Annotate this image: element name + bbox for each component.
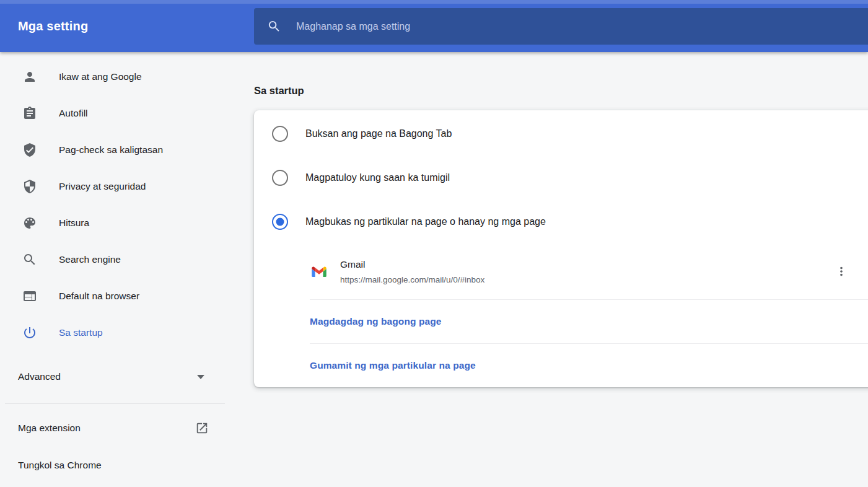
sidebar-item-pag-check-sa-kaligtasan[interactable]: Pag-check sa kaligtasan <box>0 131 225 168</box>
more-options-button[interactable] <box>833 263 850 280</box>
clipboard-icon <box>22 106 37 121</box>
person-icon <box>22 69 37 84</box>
startup-page-row: Gmail https://mail.google.com/mail/u/0/#… <box>254 244 868 299</box>
settings-search-box[interactable] <box>254 8 868 45</box>
sidebar-item-mga-extension[interactable]: Mga extension <box>0 410 225 447</box>
startup-option-open-specific[interactable]: Magbukas ng partikular na page o hanay n… <box>254 200 868 244</box>
startup-page-title: Gmail <box>340 258 484 271</box>
radio-button[interactable] <box>272 126 288 142</box>
security-shield-icon <box>22 179 37 194</box>
add-new-page-link[interactable]: Magdagdag ng bagong page <box>310 316 442 327</box>
browser-window-icon <box>22 289 37 304</box>
sidebar-item-label: Search engine <box>59 254 121 265</box>
startup-page-info: Gmail https://mail.google.com/mail/u/0/#… <box>340 258 484 284</box>
search-icon <box>267 19 281 33</box>
sidebar-item-label: Autofill <box>59 108 88 119</box>
sidebar: Ikaw at ang Google Autofill Pag-check sa… <box>0 52 225 487</box>
sidebar-item-label: Ikaw at ang Google <box>59 71 142 82</box>
add-page-row: Magdagdag ng bagong page <box>254 300 868 343</box>
sidebar-item-autofill[interactable]: Autofill <box>0 95 225 131</box>
sidebar-item-label: Privacy at seguridad <box>59 181 146 192</box>
chevron-down-icon <box>197 375 204 379</box>
section-title: Sa startup <box>254 85 304 97</box>
radio-label: Buksan ang page na Bagong Tab <box>305 128 452 139</box>
radio-button[interactable] <box>272 214 288 230</box>
sidebar-item-label: Sa startup <box>59 327 103 338</box>
use-specific-pages-link[interactable]: Gumamit ng mga partikular na page <box>310 360 476 371</box>
sidebar-item-ikaw-at-ang-google[interactable]: Ikaw at ang Google <box>0 58 225 95</box>
use-current-pages-row: Gumamit ng mga partikular na page <box>254 344 868 387</box>
startup-page-url: https://mail.google.com/mail/u/0/#inbox <box>340 275 484 284</box>
startup-option-new-tab[interactable]: Buksan ang page na Bagong Tab <box>254 112 868 156</box>
extensions-label: Mga extension <box>18 423 81 434</box>
sidebar-item-label: Default na browser <box>59 291 139 302</box>
sidebar-advanced-toggle[interactable]: Advanced <box>0 358 225 395</box>
sidebar-divider <box>5 403 225 404</box>
sidebar-item-tungkol-sa-chrome[interactable]: Tungkol sa Chrome <box>0 447 225 484</box>
sidebar-item-privacy-at-seguridad[interactable]: Privacy at seguridad <box>0 168 225 204</box>
header-bar: Mga setting <box>0 0 868 52</box>
sidebar-item-sa-startup[interactable]: Sa startup <box>0 314 225 351</box>
startup-card: Buksan ang page na Bagong Tab Magpatuloy… <box>254 110 868 387</box>
open-in-new-icon <box>195 421 209 435</box>
power-icon <box>22 325 37 340</box>
radio-button[interactable] <box>272 170 288 186</box>
radio-label: Magpatuloy kung saan ka tumigil <box>305 172 450 183</box>
radio-label: Magbukas ng partikular na page o hanay n… <box>305 216 546 227</box>
about-chrome-label: Tungkol sa Chrome <box>18 460 102 471</box>
startup-option-continue[interactable]: Magpatuloy kung saan ka tumigil <box>254 156 868 200</box>
sidebar-item-label: Hitsura <box>59 217 89 229</box>
sidebar-item-search-engine[interactable]: Search engine <box>0 241 225 278</box>
kebab-menu-icon <box>835 265 848 278</box>
main-content: Sa startup Buksan ang page na Bagong Tab… <box>225 52 868 487</box>
shield-check-icon <box>22 143 37 157</box>
palette-icon <box>22 216 37 230</box>
sidebar-item-label: Pag-check sa kaligtasan <box>59 144 163 156</box>
chrome-settings-page: Mga setting Ikaw at ang Google Autofill … <box>0 0 868 487</box>
sidebar-item-default-na-browser[interactable]: Default na browser <box>0 278 225 314</box>
gmail-icon <box>312 266 327 277</box>
advanced-label: Advanced <box>18 371 61 382</box>
page-title: Mga setting <box>18 0 88 52</box>
sidebar-item-hitsura[interactable]: Hitsura <box>0 204 225 241</box>
search-input[interactable] <box>296 21 861 32</box>
search-icon <box>22 252 37 267</box>
